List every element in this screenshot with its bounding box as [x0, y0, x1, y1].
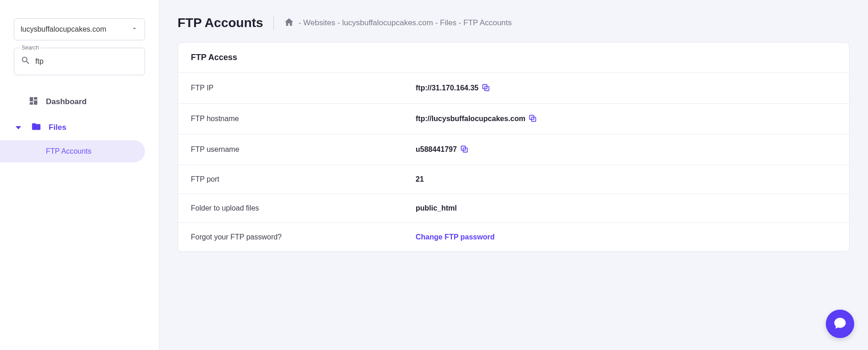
home-icon[interactable] [284, 17, 294, 29]
nav-sublabel-ftp: FTP Accounts [46, 147, 91, 156]
value-ftp-port: 21 [416, 175, 424, 183]
ftp-access-card: FTP Access FTP IP ftp://31.170.164.35 FT… [178, 42, 850, 252]
value-ftp-ip: ftp://31.170.164.35 [416, 84, 479, 92]
sidebar: lucysbuffalocupcakes.com Search Dashboar… [0, 0, 159, 350]
site-selector-dropdown[interactable]: lucysbuffalocupcakes.com [14, 18, 145, 40]
nav-subitem-ftp-accounts[interactable]: FTP Accounts [0, 140, 145, 162]
breadcrumb-text: - Websites - lucysbuffalocupcakes.com - … [299, 18, 512, 28]
row-ftp-ip: FTP IP ftp://31.170.164.35 [178, 73, 849, 104]
chat-fab-button[interactable] [826, 310, 854, 338]
sidebar-nav: Dashboard Files FTP Accounts [0, 89, 159, 162]
chat-icon [833, 316, 847, 332]
row-ftp-port: FTP port 21 [178, 165, 849, 194]
search-input[interactable] [35, 57, 138, 66]
main-content: FTP Accounts - Websites - lucysbuffalocu… [159, 0, 868, 350]
card-title: FTP Access [178, 43, 849, 73]
copy-icon[interactable] [460, 144, 470, 155]
search-label: Search [20, 44, 41, 51]
value-ftp-hostname: ftp://lucysbuffalocupcakes.com [416, 115, 525, 123]
chevron-down-icon [16, 126, 21, 129]
breadcrumb[interactable]: - Websites - lucysbuffalocupcakes.com - … [273, 16, 512, 30]
site-selector-value: lucysbuffalocupcakes.com [21, 25, 106, 33]
search-field-wrap: Search [14, 48, 145, 75]
folder-icon [31, 122, 41, 134]
row-folder: Folder to upload files public_html [178, 194, 849, 223]
copy-icon[interactable] [481, 83, 491, 93]
label-forgot-password: Forgot your FTP password? [191, 233, 416, 241]
label-ftp-ip: FTP IP [191, 84, 416, 92]
copy-icon[interactable] [528, 114, 538, 124]
row-ftp-username: FTP username u588441797 [178, 134, 849, 165]
page-title: FTP Accounts [178, 16, 263, 30]
label-ftp-username: FTP username [191, 145, 416, 154]
label-ftp-port: FTP port [191, 175, 416, 183]
search-icon [21, 56, 31, 67]
label-folder: Folder to upload files [191, 204, 416, 212]
nav-label-files: Files [49, 123, 67, 132]
label-ftp-hostname: FTP hostname [191, 115, 416, 123]
dashboard-icon [28, 96, 39, 108]
row-forgot-password: Forgot your FTP password? Change FTP pas… [178, 223, 849, 251]
header-row: FTP Accounts - Websites - lucysbuffalocu… [178, 16, 850, 30]
nav-item-files[interactable]: Files [0, 115, 159, 140]
nav-label-dashboard: Dashboard [46, 97, 87, 106]
row-ftp-hostname: FTP hostname ftp://lucysbuffalocupcakes.… [178, 104, 849, 134]
chevron-down-icon [131, 25, 138, 34]
nav-item-dashboard[interactable]: Dashboard [0, 89, 159, 115]
change-ftp-password-link[interactable]: Change FTP password [416, 233, 495, 241]
value-folder: public_html [416, 204, 457, 212]
value-ftp-username: u588441797 [416, 145, 457, 154]
